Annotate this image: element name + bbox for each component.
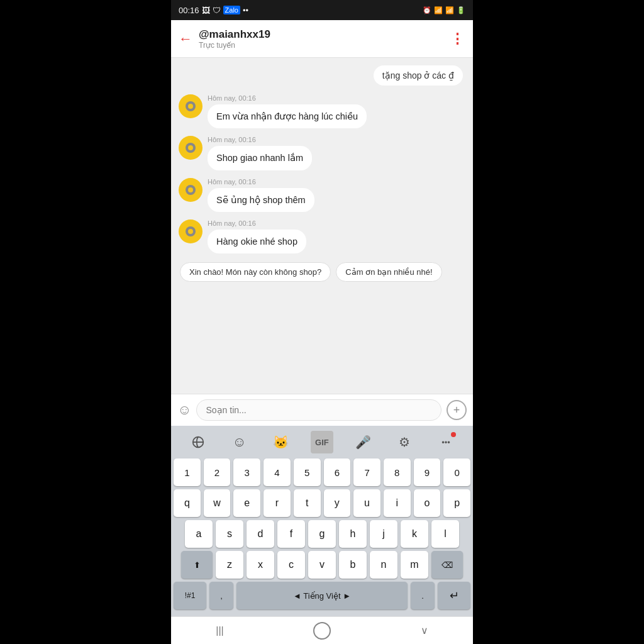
- key-language[interactable]: ◄ Tiếng Việt ►: [236, 582, 408, 609]
- key-y[interactable]: y: [324, 489, 351, 517]
- kb-tool-settings[interactable]: ⚙: [393, 431, 416, 453]
- header-info: @maianhxx19 Trực tuyến: [199, 28, 450, 50]
- message-row-3: Hôm nay, 00:16 Sẽ ủng hộ shop thêm: [171, 174, 473, 216]
- avatar-2: [179, 136, 203, 160]
- msg-time-3: Hôm nay, 00:16: [208, 178, 465, 186]
- key-shift[interactable]: ⬆: [181, 551, 213, 579]
- quick-reply-1[interactable]: Xin chào! Món này còn không shop?: [180, 262, 331, 282]
- status-bar-right: ⏰ 📶 📶 🔋: [423, 6, 465, 14]
- nav-recents[interactable]: |||: [216, 625, 223, 636]
- key-7[interactable]: 7: [353, 458, 380, 486]
- wifi-icon: 📶: [434, 6, 443, 14]
- key-e[interactable]: e: [233, 489, 260, 517]
- status-photo-icon: 🖼: [202, 6, 210, 15]
- msg-content-4: Hôm nay, 00:16 Hàng okie nhé shop: [208, 219, 465, 253]
- key-f[interactable]: f: [277, 520, 305, 548]
- keyboard-toolbar: ☺ 🐱 GIF 🎤 ⚙ •••: [171, 426, 473, 456]
- chat-area: tặng shop ở các ₫ Hôm nay, 00:16 Em vừa …: [171, 58, 473, 394]
- key-d[interactable]: d: [247, 520, 274, 548]
- key-8[interactable]: 8: [384, 458, 411, 486]
- avatar-icon-3: [186, 185, 196, 195]
- kb-tool-emoji[interactable]: ☺: [228, 431, 251, 453]
- battery-icon: 🔋: [457, 6, 465, 14]
- truncated-message: tặng shop ở các ₫: [171, 63, 473, 91]
- key-x[interactable]: x: [247, 551, 274, 579]
- key-b[interactable]: b: [339, 551, 367, 579]
- key-5[interactable]: 5: [294, 458, 321, 486]
- key-enter[interactable]: ↵: [438, 582, 470, 609]
- key-c[interactable]: c: [277, 551, 305, 579]
- key-3[interactable]: 3: [233, 458, 260, 486]
- key-a[interactable]: a: [185, 520, 213, 548]
- avatar-icon-4: [186, 226, 196, 236]
- key-u[interactable]: u: [353, 489, 380, 517]
- key-2[interactable]: 2: [204, 458, 231, 486]
- kb-tool-sticker[interactable]: 🐱: [269, 431, 292, 453]
- key-period[interactable]: .: [411, 582, 435, 609]
- kb-tool-translate[interactable]: [187, 431, 209, 453]
- key-v[interactable]: v: [308, 551, 336, 579]
- msg-content-1: Hôm nay, 00:16 Em vừa nhận được hàng lúc…: [208, 94, 465, 128]
- key-i[interactable]: i: [384, 489, 411, 517]
- message-row-2: Hôm nay, 00:16 Shop giao nhanh lắm: [171, 132, 473, 174]
- bubble-4: Hàng okie nhé shop: [208, 230, 306, 253]
- key-w[interactable]: w: [204, 489, 231, 517]
- status-bar-left: 00:16 🖼 🛡 Zalo ••: [179, 6, 248, 15]
- key-h[interactable]: h: [339, 520, 367, 548]
- status-zalo-icon: Zalo: [223, 6, 240, 14]
- key-6[interactable]: 6: [324, 458, 351, 486]
- key-m[interactable]: m: [401, 551, 428, 579]
- bubble-2: Shop giao nhanh lắm: [208, 146, 312, 170]
- key-1[interactable]: 1: [174, 458, 201, 486]
- header-menu-button[interactable]: ⋮: [450, 31, 465, 47]
- key-9[interactable]: 9: [414, 458, 441, 486]
- quick-reply-2[interactable]: Cảm ơn bạn nhiều nhé!: [336, 262, 441, 282]
- key-4[interactable]: 4: [264, 458, 291, 486]
- key-symbols[interactable]: !#1: [174, 582, 206, 609]
- msg-content-3: Hôm nay, 00:16 Sẽ ủng hộ shop thêm: [208, 178, 465, 212]
- keyboard-row-zxcv: ⬆ z x c v b n m ⌫: [174, 551, 470, 579]
- key-k[interactable]: k: [401, 520, 428, 548]
- kb-tool-more[interactable]: •••: [435, 431, 457, 453]
- chat-username: @maianhxx19: [199, 28, 450, 41]
- quick-replies: Xin chào! Món này còn không shop? Cảm ơn…: [171, 257, 473, 287]
- message-row-1: Hôm nay, 00:16 Em vừa nhận được hàng lúc…: [171, 91, 473, 132]
- key-s[interactable]: s: [216, 520, 243, 548]
- notification-dot: [451, 432, 456, 437]
- kb-tool-gif[interactable]: GIF: [311, 431, 333, 453]
- avatar-3: [179, 178, 203, 202]
- avatar-4: [179, 219, 203, 243]
- input-bar: ☺ +: [171, 394, 473, 426]
- key-q[interactable]: q: [174, 489, 201, 517]
- nav-back[interactable]: ∨: [421, 625, 428, 636]
- message-input[interactable]: [196, 399, 441, 421]
- key-p[interactable]: p: [443, 489, 470, 517]
- message-row-4: Hôm nay, 00:16 Hàng okie nhé shop: [171, 216, 473, 257]
- keyboard-row-bottom: !#1 , ◄ Tiếng Việt ► . ↵: [174, 582, 470, 613]
- key-0[interactable]: 0: [443, 458, 470, 486]
- key-l[interactable]: l: [431, 520, 459, 548]
- key-j[interactable]: j: [370, 520, 397, 548]
- key-r[interactable]: r: [264, 489, 291, 517]
- emoji-button[interactable]: ☺: [177, 402, 191, 418]
- signal-icon: 📶: [445, 6, 454, 14]
- keyboard-row-asdf: a s d f g h j k l: [174, 520, 470, 548]
- key-comma[interactable]: ,: [209, 582, 233, 609]
- keyboard-row-qwerty: q w e r t y u i o p: [174, 489, 470, 517]
- nav-home[interactable]: [313, 622, 331, 640]
- back-button[interactable]: ←: [179, 31, 192, 47]
- key-backspace[interactable]: ⌫: [431, 551, 463, 579]
- key-z[interactable]: z: [216, 551, 243, 579]
- key-t[interactable]: t: [294, 489, 321, 517]
- bubble-truncated: tặng shop ở các ₫: [374, 65, 463, 86]
- keyboard-row-numbers: 1 2 3 4 5 6 7 8 9 0: [174, 458, 470, 486]
- chat-header: ← @maianhxx19 Trực tuyến ⋮: [171, 20, 473, 58]
- key-g[interactable]: g: [308, 520, 336, 548]
- kb-tool-mic[interactable]: 🎤: [352, 431, 375, 453]
- bubble-3: Sẽ ủng hộ shop thêm: [208, 188, 314, 212]
- key-n[interactable]: n: [370, 551, 397, 579]
- add-attachment-button[interactable]: +: [447, 400, 467, 420]
- status-shield-icon: 🛡: [213, 6, 221, 15]
- phone-container: 00:16 🖼 🛡 Zalo •• ⏰ 📶 📶 🔋 ← @maianhxx19 …: [171, 0, 473, 644]
- key-o[interactable]: o: [414, 489, 441, 517]
